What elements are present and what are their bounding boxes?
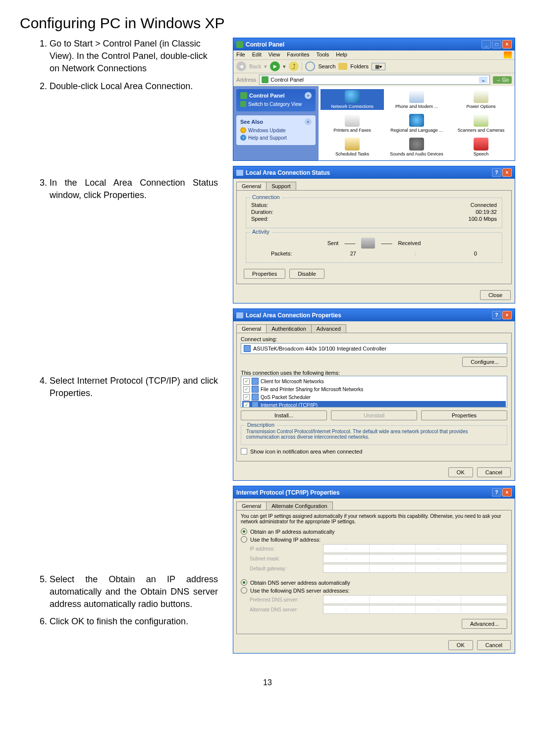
- back-label[interactable]: Back: [249, 63, 261, 69]
- lac-icon: [236, 312, 243, 318]
- menu-help[interactable]: Help: [336, 51, 347, 58]
- tab-adv[interactable]: Advanced: [311, 324, 346, 333]
- tcpip-window: Internet Protocol (TCP/IP) Properties ? …: [233, 486, 515, 654]
- properties-button[interactable]: Properties: [421, 410, 507, 420]
- menu-view[interactable]: View: [268, 51, 280, 58]
- control-panel-title: Control Panel: [246, 41, 284, 48]
- mask-input[interactable]: ...: [323, 554, 507, 563]
- close-button[interactable]: ×: [502, 488, 512, 497]
- scanners-item[interactable]: Scanners and Cameras: [449, 113, 513, 134]
- views-button[interactable]: ▦▾: [372, 63, 385, 70]
- advanced-button[interactable]: Advanced...: [462, 619, 507, 629]
- menu-edit[interactable]: Edit: [252, 51, 262, 58]
- power-options-item[interactable]: Power Options: [449, 89, 513, 110]
- menu-file[interactable]: File: [236, 51, 245, 58]
- speech-item[interactable]: Speech: [449, 137, 513, 157]
- tcpip-info: You can get IP settings assigned automat…: [241, 513, 507, 524]
- tab-support[interactable]: Support: [266, 182, 296, 190]
- tab-general[interactable]: General: [236, 502, 267, 510]
- help-button[interactable]: ?: [492, 488, 501, 497]
- obtain-dns-radio[interactable]: [241, 579, 247, 586]
- folders-icon[interactable]: [338, 63, 347, 70]
- address-value: Control Panel: [270, 77, 304, 83]
- ok-button[interactable]: OK: [448, 467, 473, 477]
- control-panel-icon: [236, 41, 243, 48]
- sidebar: Control Panel » Switch to Category View …: [233, 86, 319, 160]
- switch-view-link[interactable]: Switch to Category View: [240, 101, 312, 107]
- step-6: Click OK to finish the configuration.: [50, 615, 218, 628]
- network-connections-item[interactable]: Network Connections: [321, 89, 384, 110]
- maximize-button[interactable]: □: [492, 40, 501, 49]
- printers-item[interactable]: Printers and Faxes: [321, 113, 384, 134]
- scheduled-item[interactable]: Scheduled Tasks: [321, 137, 384, 157]
- back-icon[interactable]: ◄: [236, 61, 246, 71]
- ip-input[interactable]: ...: [323, 544, 507, 553]
- forward-icon[interactable]: ►: [270, 61, 280, 71]
- tcpip-title: Internet Protocol (TCP/IP) Properties: [236, 489, 340, 496]
- close-button[interactable]: ×: [502, 168, 512, 177]
- item-client[interactable]: ✓Client for Microsoft Networks: [242, 377, 506, 385]
- close-button[interactable]: ×: [502, 311, 512, 319]
- minimize-button[interactable]: _: [482, 40, 491, 49]
- close-button[interactable]: ×: [502, 40, 512, 49]
- control-panel-titlebar[interactable]: Control Panel _ □ ×: [233, 38, 515, 50]
- pdns-input[interactable]: ...: [323, 595, 507, 604]
- help-button[interactable]: ?: [492, 311, 501, 319]
- item-qos[interactable]: ✓QoS Packet Scheduler: [242, 393, 506, 401]
- activity-icon: [361, 238, 375, 249]
- use-ip-label: Use the following IP address:: [250, 537, 321, 543]
- item-tcpip[interactable]: ✓Internet Protocol (TCP/IP): [242, 401, 506, 407]
- cancel-button[interactable]: Cancel: [477, 640, 511, 650]
- address-label: Address: [236, 77, 256, 83]
- help-button[interactable]: ?: [492, 168, 501, 177]
- go-button[interactable]: → Go: [493, 76, 512, 84]
- sounds-item[interactable]: Sounds and Audio Devices: [385, 137, 448, 157]
- sidebar-cp-title: Control Panel: [249, 93, 285, 99]
- ip-label: IP address:: [250, 546, 319, 552]
- up-icon[interactable]: ⮥: [289, 61, 299, 71]
- collapse-icon[interactable]: »: [305, 92, 312, 99]
- lac-props-title: Local Area Connection Properties: [246, 312, 341, 319]
- properties-button[interactable]: Properties: [244, 269, 285, 279]
- tab-general[interactable]: General: [236, 182, 267, 190]
- folders-label[interactable]: Folders: [350, 63, 369, 69]
- regional-item[interactable]: Regional and Language ...: [385, 113, 448, 134]
- menu-tools[interactable]: Tools: [317, 51, 329, 58]
- tcpip-titlebar[interactable]: Internet Protocol (TCP/IP) Properties ? …: [233, 486, 515, 499]
- status-value: Connected: [471, 202, 497, 208]
- lac-props-titlebar[interactable]: Local Area Connection Properties ? ×: [233, 309, 515, 321]
- address-input[interactable]: Control Panel ⌄: [259, 75, 490, 85]
- adns-input[interactable]: ...: [323, 605, 507, 614]
- ok-button[interactable]: OK: [448, 640, 473, 650]
- windows-update-link[interactable]: Windows Update: [240, 127, 312, 133]
- address-bar: Address Control Panel ⌄ → Go: [233, 73, 515, 86]
- help-support-link[interactable]: ? Help and Support: [240, 135, 312, 141]
- protocol-list[interactable]: ✓Client for Microsoft Networks ✓File and…: [241, 376, 507, 407]
- mask-label: Subnet mask:: [250, 556, 319, 561]
- disable-button[interactable]: Disable: [289, 269, 324, 279]
- cancel-button[interactable]: Cancel: [477, 467, 511, 477]
- tab-alt[interactable]: Alternate Configuration: [266, 502, 333, 510]
- collapse-icon[interactable]: »: [305, 118, 312, 125]
- lac-status-titlebar[interactable]: Local Area Connection Status ? ×: [233, 166, 515, 179]
- obtain-ip-radio[interactable]: [241, 528, 247, 535]
- obtain-ip-label: Obtain an IP address automatically: [250, 529, 334, 535]
- tab-general[interactable]: General: [236, 324, 267, 333]
- show-icon-checkbox[interactable]: [241, 448, 247, 454]
- adapter-icon: [244, 345, 251, 352]
- phone-modem-item[interactable]: Phone and Modem ...: [385, 89, 448, 110]
- uninstall-button[interactable]: Uninstall: [331, 410, 417, 420]
- tab-auth[interactable]: Authentication: [266, 324, 312, 333]
- gw-input[interactable]: ...: [323, 564, 507, 573]
- item-fileprint[interactable]: ✓File and Printer Sharing for Microsoft …: [242, 385, 506, 393]
- address-dropdown-icon[interactable]: ⌄: [479, 77, 487, 83]
- menu-favorites[interactable]: Favorites: [287, 51, 309, 58]
- search-label[interactable]: Search: [318, 63, 335, 69]
- use-ip-radio[interactable]: [241, 536, 247, 543]
- search-icon[interactable]: [305, 61, 315, 71]
- use-dns-radio[interactable]: [241, 587, 247, 594]
- close-dialog-button[interactable]: Close: [480, 290, 511, 300]
- lac-status-title: Local Area Connection Status: [246, 169, 330, 176]
- install-button[interactable]: Install...: [241, 410, 327, 420]
- configure-button[interactable]: Configure...: [462, 357, 507, 367]
